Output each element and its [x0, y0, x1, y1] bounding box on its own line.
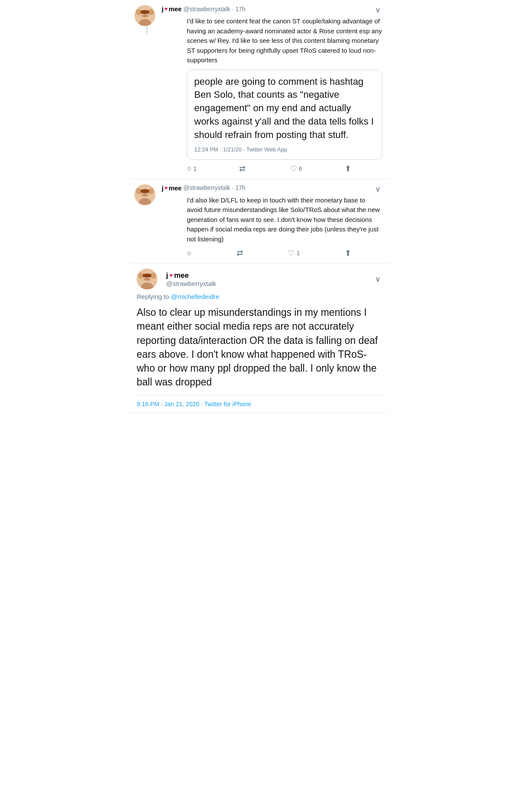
heart-icon-2: ♥ — [164, 185, 168, 191]
like-count-1: 6 — [299, 165, 302, 172]
quoted-timestamp-1: 12:24 PM · 1/21/20 · Twitter Web App — [194, 146, 375, 154]
tweet-3-meta: j ♥ mee @strawberryxtalk — [166, 271, 373, 287]
retweet-button-2[interactable]: ⇄ — [237, 248, 243, 258]
like-count-2: 1 — [296, 250, 300, 257]
replying-to-link[interactable]: @michelledeidre — [171, 293, 219, 300]
separator-2: · — [232, 184, 234, 191]
tweet-2-body: I'd also like D/LFL to keep in touch wit… — [187, 196, 382, 244]
svg-rect-10 — [141, 10, 149, 14]
chevron-down-icon-3[interactable]: ∨ — [373, 274, 382, 284]
share-icon-1: ⬆ — [345, 164, 351, 173]
display-name-2: j ♥ mee — [162, 184, 182, 192]
like-icon-1: ♡ — [290, 164, 297, 173]
share-icon-2: ⬆ — [345, 248, 351, 258]
username-3[interactable]: @strawberryxtalk — [166, 280, 373, 287]
tweet-3-header: j ♥ mee @strawberryxtalk ∨ — [137, 269, 382, 289]
retweet-button-1[interactable]: ⇄ — [239, 164, 247, 173]
like-button-2[interactable]: ♡ 1 — [288, 248, 300, 258]
display-name-1: j ♥ mee — [162, 5, 182, 13]
timestamp-2: 17h — [235, 184, 245, 191]
share-button-2[interactable]: ⬆ — [345, 248, 351, 258]
share-button-1[interactable]: ⬆ — [345, 164, 351, 173]
replying-to-label: Replying to @michelledeidre — [137, 293, 382, 300]
tweet-3-body: Also to clear up misunderstandings in my… — [137, 305, 382, 389]
display-name-3: j ♥ mee — [166, 271, 373, 280]
thread-line-1 — [147, 26, 147, 35]
retweet-icon-1: ⇄ — [239, 164, 246, 173]
svg-rect-18 — [141, 195, 148, 196]
heart-icon-3: ♥ — [170, 272, 173, 279]
tweet-1-actions: ○ 1 ⇄ ♡ 6 ⬆ — [187, 164, 351, 173]
tweet-2: j ♥ mee @strawberryxtalk · 17h ∨ I'd als… — [130, 179, 389, 264]
reply-icon-2: ○ — [187, 249, 192, 258]
reply-button-1[interactable]: ○ 1 — [187, 164, 197, 173]
retweet-icon-2: ⇄ — [237, 248, 243, 258]
svg-rect-32 — [143, 274, 151, 277]
svg-rect-21 — [141, 189, 149, 193]
heart-icon-1: ♥ — [164, 6, 168, 12]
tweet-2-meta: j ♥ mee @strawberryxtalk · 17h — [162, 184, 373, 192]
reply-icon-1: ○ — [187, 164, 192, 173]
like-icon-2: ♡ — [288, 248, 295, 258]
avatar-3[interactable] — [137, 269, 157, 289]
svg-rect-7 — [141, 16, 148, 17]
tweet-3-detail: j ♥ mee @strawberryxtalk ∨ Replying to @… — [130, 263, 389, 413]
tweet-1-header: j ♥ mee @strawberryxtalk · 17h ∨ — [162, 5, 382, 15]
username-1[interactable]: @strawberryxtalk — [183, 6, 230, 13]
reply-count-1: 1 — [193, 165, 197, 172]
tweet-2-actions: ○ ⇄ ♡ 1 ⬆ — [187, 248, 351, 258]
like-button-1[interactable]: ♡ 6 — [290, 164, 302, 173]
svg-rect-29 — [144, 279, 151, 280]
reply-button-2[interactable]: ○ — [187, 249, 192, 258]
thread-left-2 — [137, 184, 157, 205]
tweet-1-meta: j ♥ mee @strawberryxtalk · 17h — [162, 5, 373, 13]
quoted-tweet-1[interactable]: people are going to comment is hashtag B… — [187, 70, 382, 160]
tweet-2-header: j ♥ mee @strawberryxtalk · 17h ∨ — [162, 184, 382, 194]
separator-1: · — [232, 6, 234, 13]
avatar-2[interactable] — [135, 184, 155, 205]
chevron-down-icon-2[interactable]: ∨ — [373, 184, 382, 194]
tweet-1: j ♥ mee @strawberryxtalk · 17h ∨ I'd lik… — [130, 0, 389, 179]
avatar-1[interactable] — [135, 5, 155, 26]
tweet-1-body: I'd like to see content feat the canon S… — [187, 16, 382, 160]
timestamp-1: 17h — [235, 6, 245, 13]
tweet-3-timestamp: 9:16 PM · Jan 21, 2020 · Twitter for iPh… — [137, 395, 382, 408]
chevron-down-icon-1[interactable]: ∨ — [373, 5, 382, 15]
thread-left-1 — [137, 5, 157, 35]
username-2[interactable]: @strawberryxtalk — [183, 184, 230, 191]
